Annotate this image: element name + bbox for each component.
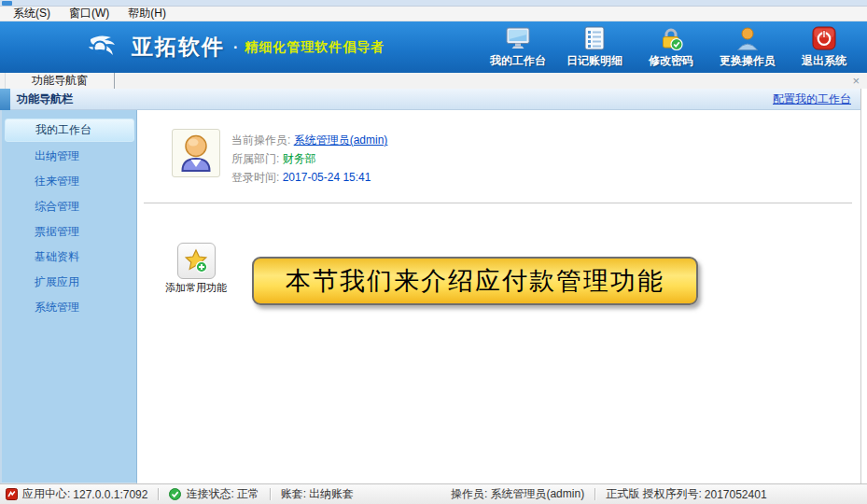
configure-workbench-link[interactable]: 配置我的工作台 (773, 91, 851, 107)
star-plus-icon (184, 248, 209, 273)
department-value: 财务部 (283, 152, 316, 165)
tab-strip: 功能导航窗 × (0, 73, 867, 89)
toolbar-label: 我的工作台 (490, 53, 546, 69)
tab-function-navigator[interactable]: 功能导航窗 (5, 73, 115, 89)
login-time-row: 登录时间: 2017-05-24 15:41 (231, 168, 387, 187)
operator-label: 当前操作员: (231, 133, 290, 147)
page-title: 功能导航栏 (17, 91, 73, 107)
switch-operator-user-icon (735, 26, 760, 50)
brand-separator: · (233, 39, 238, 56)
tutorial-banner-text: 本节我们来介绍应付款管理功能 (286, 264, 664, 298)
toolbar-label: 退出系统 (802, 53, 846, 69)
app-header: 亚拓软件 · 精细化管理软件倡导者 我的工作台 (0, 21, 867, 73)
department-row: 所属部门: 财务部 (231, 149, 387, 168)
exit-power-icon (812, 26, 836, 50)
status-value: 127.0.0.1:7092 (73, 488, 147, 501)
toolbar-my-workbench[interactable]: 我的工作台 (489, 26, 547, 69)
status-bar: 应用中心: 127.0.0.1:7092 连接状态: 正常 账套: 出纳账套 操… (0, 483, 867, 504)
brand-logo: 亚拓软件 · 精细化管理软件倡导者 (87, 33, 385, 62)
login-time-label: 登录时间: (231, 171, 279, 184)
status-connection: 连接状态: 正常 (169, 486, 259, 502)
status-label: 操作员: (451, 486, 487, 502)
journal-detail-icon (582, 26, 607, 50)
sidebar-item-basic-data[interactable]: 基础资料 (2, 245, 136, 270)
add-favorite-button[interactable]: 添加常用功能 (165, 243, 227, 295)
sidebar-item-bill-management[interactable]: 票据管理 (2, 219, 136, 245)
current-user-info: 当前操作员: 系统管理员(admin) 所属部门: 财务部 登录时间: 2017… (172, 129, 860, 187)
menu-system[interactable]: 系统(S) (4, 6, 60, 21)
toolbar-label: 日记账明细 (566, 53, 622, 69)
status-account-set: 账套: 出纳账套 (281, 486, 354, 502)
connection-ok-icon (169, 488, 181, 500)
tutorial-banner: 本节我们来介绍应付款管理功能 (252, 257, 698, 305)
status-operator: 操作员: 系统管理员(admin) (451, 486, 584, 502)
titlebar (0, 0, 867, 7)
toolbar-journal-detail[interactable]: 日记账明细 (566, 26, 623, 69)
status-license: 正式版 授权序列号: 2017052401 (606, 486, 766, 502)
add-favorite-label: 添加常用功能 (165, 281, 227, 295)
status-value: 正常 (237, 486, 259, 502)
status-separator (594, 488, 595, 500)
status-value: 系统管理员(admin) (490, 486, 584, 502)
status-label: 账套: (281, 486, 306, 502)
status-separator (270, 488, 271, 500)
sidebar-item-extended-apps[interactable]: 扩展应用 (2, 270, 136, 295)
status-separator (158, 488, 159, 500)
content-area: 当前操作员: 系统管理员(admin) 所属部门: 财务部 登录时间: 2017… (137, 110, 860, 483)
status-label: 正式版 授权序列号: (606, 486, 702, 502)
toolbar-label: 更换操作员 (720, 53, 776, 69)
toolbar-switch-operator[interactable]: 更换操作员 (719, 26, 776, 69)
brand-slogan: 精细化管理软件倡导者 (245, 39, 385, 56)
sidebar-nav: 我的工作台 出纳管理 往来管理 综合管理 票据管理 基础资料 扩展应用 系统管理 (0, 110, 137, 483)
operator-value: 系统管理员(admin) (294, 133, 388, 147)
user-info-rows: 当前操作员: 系统管理员(admin) 所属部门: 财务部 登录时间: 2017… (231, 129, 387, 187)
menu-help[interactable]: 帮助(H) (119, 6, 175, 21)
avatar (172, 129, 220, 177)
operator-row: 当前操作员: 系统管理员(admin) (231, 131, 387, 149)
login-time-value: 2017-05-24 15:41 (283, 171, 371, 184)
app-window: 系统(S) 窗口(W) 帮助(H) 亚拓软件 · 精细化管理软件倡导者 (0, 0, 867, 504)
sidebar-item-system-management[interactable]: 系统管理 (2, 295, 136, 320)
sidebar-item-comprehensive-management[interactable]: 综合管理 (2, 194, 136, 219)
actions-row: 添加常用功能 本节我们来介绍应付款管理功能 (165, 243, 860, 305)
add-favorite-icon-box (177, 243, 216, 279)
change-password-lock-icon (659, 26, 683, 50)
toolbar-label: 修改密码 (649, 53, 693, 69)
sidebar-item-cashier-management[interactable]: 出纳管理 (2, 144, 136, 169)
status-app-center: 应用中心: 127.0.0.1:7092 (6, 486, 147, 502)
app-center-icon (6, 488, 18, 500)
menu-window[interactable]: 窗口(W) (60, 6, 119, 21)
workbench-monitor-icon (506, 26, 530, 50)
status-label: 连接状态: (186, 486, 233, 502)
sidebar-item-current-management[interactable]: 往来管理 (2, 169, 136, 194)
main-body: 我的工作台 出纳管理 往来管理 综合管理 票据管理 基础资料 扩展应用 系统管理 (0, 110, 861, 483)
close-icon[interactable]: × (852, 74, 860, 88)
status-value: 2017052401 (705, 488, 767, 501)
user-avatar-icon (175, 133, 217, 174)
header-toolbar: 我的工作台 日记账明细 修改密码 (489, 26, 853, 69)
panel-header: 功能导航栏 配置我的工作台 (0, 89, 861, 110)
menu-bar: 系统(S) 窗口(W) 帮助(H) (0, 7, 867, 21)
app-window-icon (2, 1, 12, 6)
toolbar-change-password[interactable]: 修改密码 (642, 26, 700, 69)
department-label: 所属部门: (231, 152, 279, 165)
brand-swoosh-icon (87, 34, 119, 62)
toolbar-exit-system[interactable]: 退出系统 (795, 26, 853, 69)
status-label: 应用中心: (22, 486, 70, 502)
panel-accent-bar (0, 89, 10, 110)
brand-name: 亚拓软件 (132, 33, 225, 62)
sidebar-item-my-workbench[interactable]: 我的工作台 (5, 119, 134, 142)
section-divider (144, 203, 852, 203)
status-value: 出纳账套 (309, 486, 354, 502)
